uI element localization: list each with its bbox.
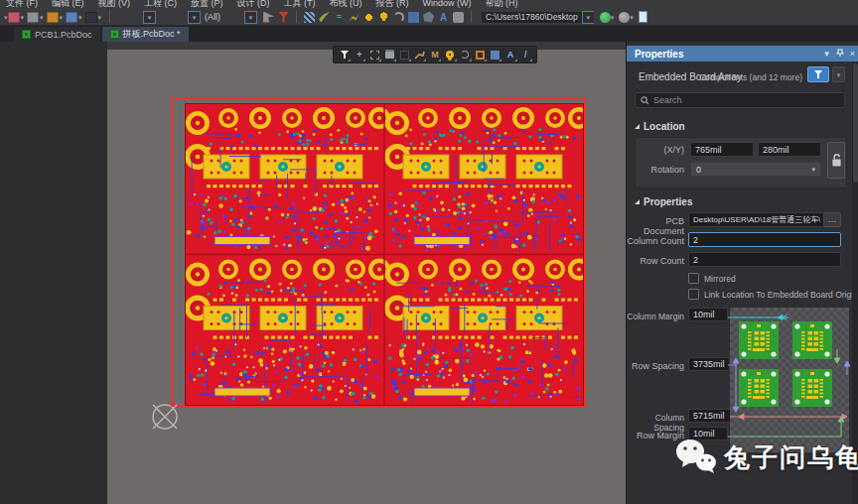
menu-place[interactable]: 放置 (P): [191, 0, 223, 9]
column-count-input[interactable]: [688, 232, 841, 247]
via-tool-icon[interactable]: [378, 12, 389, 23]
xy-label: (X/Y): [633, 145, 684, 155]
column-count-label: Column Count: [627, 236, 684, 246]
row-count-input[interactable]: [688, 252, 841, 267]
pad-place-icon[interactable]: [383, 49, 396, 62]
menu-bar: 文件 (F) 编辑 (E) 视图 (V) 工程 (C) 放置 (P) 设计 (D…: [0, 0, 858, 9]
location-y-input[interactable]: [758, 142, 821, 157]
text-place-icon[interactable]: A: [504, 49, 517, 62]
browse-button[interactable]: …: [823, 212, 841, 227]
component-place-icon[interactable]: [398, 49, 411, 62]
collapse-triangle-icon: [635, 199, 640, 204]
row-spacing-input[interactable]: [688, 357, 730, 371]
document-icon[interactable]: [639, 11, 647, 23]
properties-panel-header[interactable]: Properties ▾ ×: [627, 46, 858, 62]
panel-scrollbar-thumb[interactable]: [853, 63, 858, 183]
location-x-input[interactable]: [690, 142, 754, 157]
menu-edit[interactable]: 编辑 (E): [52, 0, 84, 9]
project-path-value: C:\Users\17860\Desktop: [482, 12, 582, 22]
multi-route-icon[interactable]: [349, 12, 359, 23]
row-count-label: Row Count: [627, 256, 684, 266]
caret-icon[interactable]: ▾: [630, 14, 634, 21]
project-path-combo[interactable]: C:\Users\17860\Desktop ▾: [481, 11, 595, 24]
dropdown-caret-icon: ▾: [811, 166, 815, 174]
cursor-select-icon[interactable]: [263, 12, 274, 23]
column-spacing-input[interactable]: [688, 409, 732, 423]
menu-reports[interactable]: 报告 (R): [376, 0, 409, 9]
menu-help[interactable]: 帮助 (H): [486, 0, 518, 9]
location-section-header[interactable]: Location: [635, 121, 685, 132]
layer-filter-combo[interactable]: ▾: [188, 11, 201, 24]
via-place-icon[interactable]: [444, 49, 457, 62]
pcb-document-input[interactable]: [688, 212, 841, 227]
separator: [296, 11, 297, 23]
grid-combo[interactable]: ▾: [143, 11, 156, 24]
toolbar-group-route[interactable]: ▾: [47, 12, 64, 23]
multi-route-place-icon[interactable]: M: [428, 49, 441, 62]
search-icon: [641, 96, 649, 105]
unlock-icon: [831, 153, 842, 168]
route-place-icon[interactable]: [413, 49, 426, 62]
object-filter-button[interactable]: [807, 66, 829, 82]
link-origin-label: Link Location To Embedded Board Origin: [704, 290, 858, 300]
link-origin-checkbox[interactable]: [688, 289, 699, 300]
caret-icon[interactable]: ▾: [21, 14, 25, 21]
menu-project[interactable]: 工程 (C): [144, 0, 177, 9]
pad-tool-icon[interactable]: [363, 12, 374, 23]
caret-icon[interactable]: ▾: [40, 14, 44, 21]
hatch-fill-icon[interactable]: [304, 12, 315, 23]
properties-section-header[interactable]: Properties: [635, 196, 692, 207]
run-button[interactable]: [600, 12, 611, 23]
selection-rectangle[interactable]: [171, 97, 586, 408]
menu-design[interactable]: 设计 (D): [237, 0, 270, 9]
line-place-icon[interactable]: /: [519, 49, 532, 62]
fill-tool-icon[interactable]: [408, 12, 419, 23]
search-input[interactable]: [653, 95, 832, 105]
arc-tool-icon[interactable]: [393, 12, 404, 23]
array-preview: [730, 308, 849, 452]
fill-place-icon[interactable]: [489, 49, 501, 62]
watermark-text: 兔子问乌龟: [724, 441, 858, 475]
layer-filter-label: (All): [205, 12, 220, 22]
select-region-icon[interactable]: [368, 49, 381, 62]
interactive-route-icon[interactable]: [319, 12, 330, 23]
clear-filter-icon[interactable]: [278, 12, 289, 23]
mask-combo[interactable]: ▾: [244, 11, 257, 24]
arc-place-icon[interactable]: [459, 49, 472, 62]
polygon-tool-icon[interactable]: [423, 12, 434, 23]
lock-button[interactable]: [827, 142, 845, 179]
caret-icon[interactable]: ▾: [78, 14, 82, 21]
caret-icon[interactable]: ▾: [60, 14, 64, 21]
toolbar-group-footprint[interactable]: ▾: [27, 12, 44, 23]
string-tool-icon[interactable]: A: [438, 12, 449, 23]
menu-tools[interactable]: 工具 (T): [284, 0, 316, 9]
path-caret-icon[interactable]: ▾: [582, 11, 594, 24]
caret-icon[interactable]: ▾: [611, 14, 615, 21]
pause-button[interactable]: [619, 12, 630, 23]
menu-view[interactable]: 视图 (V): [98, 0, 131, 9]
pcb-document-label: PCB Document: [627, 216, 684, 236]
toolbar-group-layer[interactable]: ▾: [66, 12, 82, 23]
filter-caret-button[interactable]: ▾: [832, 66, 845, 82]
preview-board: [792, 369, 832, 407]
component-body-icon[interactable]: [453, 12, 464, 23]
rotation-dropdown[interactable]: 0 ▾: [690, 162, 821, 177]
tab-pcb1[interactable]: PCB1.PcbDoc: [14, 27, 100, 42]
mirrored-checkbox[interactable]: [688, 273, 699, 284]
panel-close-icon[interactable]: ×: [846, 49, 858, 59]
tab-panel-doc[interactable]: 拼板.PcbDoc *: [102, 27, 189, 42]
menu-file[interactable]: 文件 (F): [6, 0, 38, 9]
filter-tool-icon[interactable]: [338, 49, 351, 62]
caret-icon[interactable]: ▾: [98, 14, 102, 21]
menu-route[interactable]: 布线 (U): [330, 0, 362, 9]
panel-pin-icon[interactable]: [833, 49, 846, 60]
move-tool-icon[interactable]: +: [353, 49, 365, 62]
differential-pair-icon[interactable]: =: [334, 12, 345, 23]
toolbar-group-board[interactable]: ▾: [8, 12, 25, 23]
column-margin-input[interactable]: [688, 308, 728, 321]
toolbar-group-dark[interactable]: ▾: [85, 12, 102, 23]
preview-board: [792, 321, 832, 359]
room-place-icon[interactable]: [474, 49, 487, 62]
panel-dropdown-icon[interactable]: ▾: [820, 49, 833, 59]
menu-window[interactable]: Window (W): [423, 0, 472, 9]
